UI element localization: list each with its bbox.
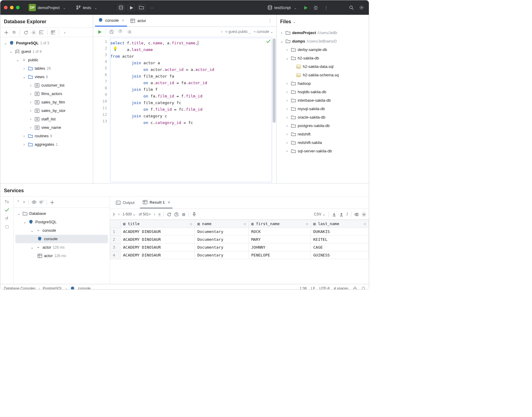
code-area[interactable]: 💡 select f.title, c.name, a.first_name, … xyxy=(110,38,272,182)
project-selector[interactable]: DP demoProject ⌄ xyxy=(27,4,68,11)
history-button[interactable] xyxy=(174,212,178,216)
breadcrumb-item[interactable]: PostgreSQL xyxy=(43,286,62,290)
jump-to-console-button[interactable] xyxy=(38,29,45,36)
tree-node-console-item[interactable]: console xyxy=(15,235,108,243)
add-datasource-button[interactable] xyxy=(3,29,9,36)
tab-result-1[interactable]: Result 1 × xyxy=(140,197,173,208)
tree-node-actor-item[interactable]: actor 126 ms xyxy=(15,252,108,260)
encoding[interactable]: UTF-8 xyxy=(319,286,330,290)
tree-node-file[interactable]: ›postgres-sakila-db xyxy=(278,122,369,130)
tree-node-guest[interactable]: ⌄ guest 1 of 4 xyxy=(2,47,92,56)
tree-node-file[interactable]: ›redshift-sakila xyxy=(278,138,369,147)
search-everywhere-button[interactable] xyxy=(348,4,355,11)
cell[interactable]: ACADEMY DINOSAUR xyxy=(121,228,195,236)
table-row[interactable]: 2ACADEMY DINOSAURDocumentaryMARYKEITEL xyxy=(110,236,369,244)
cell[interactable]: Documentary xyxy=(195,236,249,244)
database-tool-button[interactable] xyxy=(117,4,125,11)
cell[interactable]: Documentary xyxy=(195,228,249,236)
import-button[interactable]: ⤴ xyxy=(346,212,348,216)
tree-node-view[interactable]: ›films_actors xyxy=(2,90,92,98)
tab-console[interactable]: console × xyxy=(95,15,127,27)
tree-node-file[interactable]: ›sql-server-sakila-db xyxy=(278,147,369,155)
more-vertical-button[interactable]: ⋮ xyxy=(322,4,330,11)
last-page-button[interactable]: ›| xyxy=(158,212,160,216)
tree-node-actor-session[interactable]: ⌄⌁ actor 126 ms xyxy=(15,243,108,252)
tree-node-file[interactable]: ›derby-sample-db xyxy=(278,46,369,54)
readonly-icon[interactable] xyxy=(353,286,357,290)
tree-node-view[interactable]: ›sales_by_stor xyxy=(2,107,92,115)
window-close-button[interactable] xyxy=(4,6,8,9)
debug-button[interactable] xyxy=(312,4,319,11)
page-range[interactable]: 1-500 ⌄ xyxy=(122,212,136,216)
column-header[interactable]: ▦ name◇ xyxy=(195,220,249,228)
more-actions-button[interactable]: ··· xyxy=(148,4,155,11)
tree-node-database[interactable]: ⌄ Database xyxy=(15,209,108,218)
cell[interactable]: ACADEMY DINOSAUR xyxy=(121,251,195,259)
cell[interactable]: DUKAKIS xyxy=(311,228,369,236)
table-row[interactable]: 1ACADEMY DINOSAURDocumentaryROCKDUKAKIS xyxy=(110,228,369,236)
tree-node-views[interactable]: ⌄ views 6 xyxy=(2,73,92,81)
next-page-button[interactable]: › xyxy=(154,212,155,216)
tree-node-public[interactable]: ⌄⌗ public xyxy=(2,56,92,64)
tree-node-file[interactable]: h2-sakila-data.sql xyxy=(278,62,369,71)
table-row[interactable]: 4ACADEMY DINOSAURDocumentaryPENELOPEGUIN… xyxy=(110,251,369,259)
result-grid[interactable]: ▦ title◇▦ name◇▦ first_name◇▦ last_name◇… xyxy=(110,220,369,284)
tree-node-file[interactable]: ›oracle-sakila-db xyxy=(278,113,369,122)
cell[interactable]: CAGE xyxy=(311,244,369,251)
files-panel-title[interactable]: Files⌄ xyxy=(277,15,369,27)
tree-node-file[interactable]: ›hadoop xyxy=(278,79,369,88)
breadcrumb-item[interactable]: console xyxy=(78,286,90,290)
export-format-selector[interactable]: CSV ⌄ xyxy=(314,212,325,216)
table-row[interactable]: 3ACADEMY DINOSAURDocumentaryJOHNNYCAGE xyxy=(110,244,369,251)
notifications-icon[interactable] xyxy=(361,286,365,290)
tree-node-project-root[interactable]: › demoProject /Users/JetBr xyxy=(278,29,369,37)
run-button[interactable] xyxy=(302,4,309,11)
stop-button[interactable] xyxy=(181,212,185,216)
tree-node-aggregates[interactable]: › aggregates 1 xyxy=(2,140,92,149)
execute-button[interactable] xyxy=(96,28,103,35)
cell[interactable]: ROCK xyxy=(249,228,311,236)
tab-more-button[interactable]: ⋮ xyxy=(266,18,274,23)
cell[interactable]: Documentary xyxy=(195,244,249,251)
column-header[interactable]: ▦ first_name◇ xyxy=(249,220,311,228)
tree-node-tables[interactable]: › tables 29 xyxy=(2,64,92,73)
collapse-button[interactable]: ⌃ xyxy=(17,200,20,204)
preview-button[interactable] xyxy=(354,212,359,216)
cell[interactable]: KEITEL xyxy=(311,236,369,244)
tree-node-file[interactable]: ›redshift xyxy=(278,130,369,138)
duplicate-button[interactable]: ⧉ xyxy=(11,29,17,36)
cell[interactable]: PENELOPE xyxy=(249,251,311,259)
commit-button[interactable] xyxy=(5,208,9,212)
window-minimize-button[interactable] xyxy=(10,6,14,9)
first-page-button[interactable]: |‹ xyxy=(113,212,115,216)
tree-node-view[interactable]: ›sales_by_film xyxy=(2,98,92,107)
tree-node-postgres[interactable]: ⌄ PostgreSQL xyxy=(15,218,108,226)
indent-setting[interactable]: 4 spaces xyxy=(334,286,348,290)
code-editor[interactable]: 12345678910111213 💡 select f.title, c.na… xyxy=(93,37,276,183)
session-selector[interactable]: ⌁ console ⌄ xyxy=(254,30,273,34)
settings-button[interactable] xyxy=(362,212,366,216)
tab-output[interactable]: Output xyxy=(113,197,137,208)
window-maximize-button[interactable] xyxy=(16,6,20,9)
cell[interactable]: MARY xyxy=(249,236,311,244)
cell[interactable]: JOHNNY xyxy=(249,244,311,251)
settings-button[interactable] xyxy=(30,29,37,36)
tree-node-file[interactable]: h2-sakila-schema.sq xyxy=(278,71,369,79)
cell[interactable]: ACADEMY DINOSAUR xyxy=(121,236,195,244)
tree-node-view[interactable]: ›staff_list xyxy=(2,115,92,123)
tree-node-dumps[interactable]: ⌄ dumps /Users/JetBrains/D xyxy=(278,37,369,46)
layout-button[interactable]: ▢ xyxy=(5,224,9,229)
cell[interactable]: Documentary xyxy=(195,251,249,259)
vcs-branch-selector[interactable]: tests ⌄ xyxy=(74,5,99,10)
line-separator[interactable]: LF xyxy=(311,286,315,290)
column-header[interactable]: ▦ last_name◇ xyxy=(311,220,369,228)
cursor-position[interactable]: 1:38 xyxy=(300,286,307,290)
no-errors-icon[interactable] xyxy=(266,39,271,44)
tree-node-file[interactable]: ⌄h2-sakila-db xyxy=(278,54,369,62)
expand-button[interactable]: › xyxy=(62,29,68,36)
close-button[interactable]: × xyxy=(23,200,25,204)
scrollbar[interactable] xyxy=(273,38,276,123)
reload-button[interactable] xyxy=(167,212,171,216)
new-session-button[interactable]: ⧉⁺ xyxy=(40,200,43,205)
tree-node-view[interactable]: ›view_name xyxy=(2,123,92,132)
